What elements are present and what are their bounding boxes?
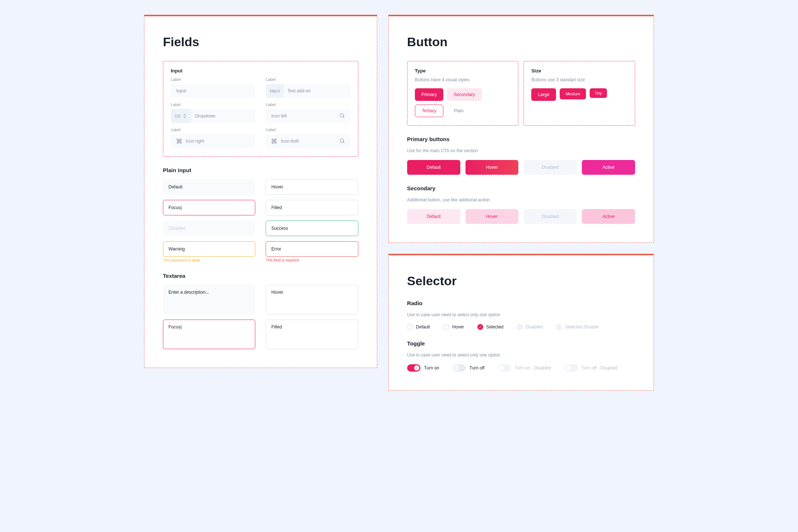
dropdown-prefix[interactable]: US: [171, 109, 191, 123]
input-label: Label: [266, 127, 350, 132]
input-icon-left[interactable]: Icon left: [266, 109, 350, 123]
btn-plain[interactable]: Plain: [447, 105, 470, 117]
btn-primary[interactable]: Primary: [415, 88, 443, 101]
toggle-on-disabled: Turn on - Disabled: [498, 364, 551, 372]
radio-desc: Use in case user need to select only one…: [407, 312, 635, 317]
secondary-default[interactable]: Default: [407, 209, 460, 224]
btn-large[interactable]: Large: [531, 88, 556, 101]
toggle-desc: Use in case user need to select only one…: [407, 352, 635, 358]
input-warning[interactable]: Warning: [163, 241, 255, 257]
btn-medium[interactable]: Medium: [560, 88, 586, 99]
button-size-group: Size Buttons use 3 standart size Large M…: [524, 61, 635, 126]
primary-default[interactable]: Default: [407, 160, 460, 175]
search-icon: [339, 138, 345, 144]
primary-hover[interactable]: Hover: [466, 160, 519, 175]
plain-input-title: Plain input: [163, 167, 358, 173]
input-addon[interactable]: http:// Text add-on: [266, 84, 350, 98]
btn-secondary[interactable]: Secondary: [447, 88, 481, 101]
toggle-off-disabled: Turn off - Disabled: [565, 364, 618, 372]
search-icon: [339, 113, 345, 119]
input-disabled: Disabled: [163, 221, 255, 236]
secondary-hover[interactable]: Hover: [466, 209, 519, 224]
button-panel: Button Type Buttons have 4 visual styles…: [388, 15, 654, 243]
addon-prefix: http://: [266, 84, 284, 98]
input-filled[interactable]: Filled: [266, 200, 358, 215]
command-icon: [176, 138, 182, 144]
toggle-title: Toggle: [407, 340, 635, 347]
input-group: Input Label Input Label http:// Text add…: [163, 61, 358, 157]
size-desc: Buttons use 3 standart size: [531, 77, 627, 82]
command-icon: [271, 138, 277, 144]
input-group-title: Input: [171, 68, 351, 74]
textarea-filled[interactable]: Filled: [266, 320, 358, 349]
radio-selected[interactable]: Selected: [477, 324, 504, 330]
button-type-group: Type Buttons have 4 visual styles Primar…: [407, 61, 519, 126]
radio-hover[interactable]: Hover: [443, 324, 464, 330]
primary-active[interactable]: Active: [582, 160, 635, 175]
select-icon: [182, 113, 188, 119]
secondary-buttons-desc: Additional button, use like addtional ac…: [407, 197, 635, 202]
radio-title: Radio: [407, 300, 635, 306]
input-dropdown[interactable]: US Dropdown: [171, 109, 255, 123]
radio-selected-disabled: Selected-Disable: [556, 324, 598, 330]
svg-point-1: [340, 139, 344, 142]
primary-disabled: Disabled: [524, 160, 577, 175]
button-title: Button: [407, 35, 635, 49]
toggle-off[interactable]: ✕Turn off: [453, 364, 485, 372]
input-label: Label: [171, 127, 255, 132]
input-icon-both[interactable]: Icon both: [266, 134, 350, 148]
input-plain[interactable]: Input: [171, 84, 255, 98]
primary-buttons-desc: Use for the main CTA on the section: [407, 148, 635, 153]
secondary-active[interactable]: Active: [582, 209, 635, 224]
input-hover[interactable]: Hover: [266, 179, 358, 195]
input-label: Label: [266, 77, 350, 82]
input-success[interactable]: Success: [266, 221, 358, 236]
fields-panel: Fields Input Label Input Label http:// T…: [144, 15, 377, 368]
textarea-focus[interactable]: Focus: [163, 320, 255, 349]
secondary-buttons-title: Secondary: [407, 185, 635, 191]
type-title: Type: [415, 68, 511, 74]
input-default[interactable]: Default: [163, 179, 255, 195]
textarea-title: Textarea: [163, 273, 358, 279]
fields-title: Fields: [163, 35, 358, 49]
primary-buttons-title: Primary buttons: [407, 136, 635, 142]
error-help-text: This field is required: [266, 258, 358, 262]
input-icon-right[interactable]: Icon right: [171, 134, 255, 148]
radio-disabled: Disabled: [517, 324, 543, 330]
size-title: Size: [531, 68, 627, 74]
input-error[interactable]: Error: [266, 241, 358, 257]
toggle-on[interactable]: ✓Turn on: [407, 364, 439, 372]
selector-panel: Selector Radio Use in case user need to …: [388, 254, 654, 391]
secondary-disabled: Disabled: [524, 209, 577, 224]
input-label: Label: [266, 102, 350, 107]
input-label: Label: [171, 102, 255, 107]
input-label: Label: [171, 77, 255, 82]
btn-tertiary[interactable]: Tertiary: [415, 105, 443, 117]
selector-title: Selector: [407, 274, 635, 288]
input-focus[interactable]: Focus: [163, 200, 255, 215]
textarea-hover[interactable]: Hover: [266, 285, 358, 314]
btn-tiny[interactable]: Tiny: [590, 88, 607, 98]
textarea-default[interactable]: Enter a description...: [163, 285, 255, 314]
type-desc: Buttons have 4 visual styles: [415, 77, 511, 82]
svg-point-0: [340, 113, 344, 117]
warning-help-text: This password is weak: [163, 258, 255, 262]
radio-default[interactable]: Default: [407, 324, 430, 330]
